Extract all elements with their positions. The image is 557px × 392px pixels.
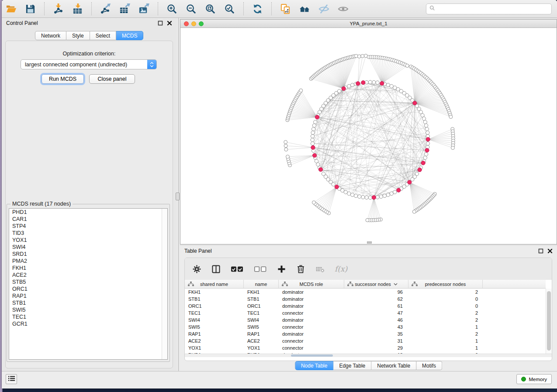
table-row[interactable]: YOX1YOX1connector291 — [185, 344, 546, 351]
show-columns-icon[interactable] — [211, 265, 221, 274]
cell-name: ACE2 — [244, 338, 279, 344]
main-toolbar — [2, 0, 557, 18]
table-vscroll-thumb[interactable] — [547, 291, 551, 351]
tab-node-table[interactable]: Node Table — [295, 361, 334, 370]
export-network-icon[interactable] — [100, 3, 111, 15]
mcds-result-item[interactable]: STB1 — [9, 299, 167, 306]
close-panel-icon[interactable] — [547, 248, 553, 254]
mcds-result-item[interactable]: SWI5 — [9, 306, 167, 313]
select-all-icon[interactable] — [231, 265, 244, 273]
save-icon[interactable] — [24, 3, 36, 15]
network-window-titlebar[interactable]: YPA_prune.txt_1 — [180, 20, 557, 28]
mcds-result-item[interactable]: PHD1 — [9, 209, 167, 216]
column-header-name[interactable]: name — [244, 280, 279, 288]
mcds-result-item[interactable]: STP4 — [9, 223, 167, 230]
table-panel-tabs: Node TableEdge TableNetwork TableMotifs — [295, 361, 442, 370]
search-field[interactable] — [426, 3, 552, 14]
table-row[interactable]: ACE2ACE2connector311 — [185, 337, 546, 344]
hide-selected-icon[interactable] — [318, 3, 330, 15]
close-panel-icon[interactable] — [167, 21, 172, 26]
show-panels-button[interactable] — [6, 374, 17, 384]
tab-motifs[interactable]: Motifs — [416, 361, 442, 370]
first-neighbors-icon[interactable] — [299, 3, 311, 15]
table-row[interactable]: FKH1FKH1dominator962 — [185, 289, 546, 296]
mcds-result-item[interactable]: ORC1 — [9, 285, 167, 292]
deselect-all-icon[interactable] — [254, 265, 267, 273]
table-toolbar: f(x) — [185, 258, 552, 280]
cell-shared-name: ORC1 — [185, 303, 244, 309]
zoom-out-icon[interactable] — [185, 3, 197, 15]
mcds-result-item[interactable]: YOX1 — [9, 237, 167, 244]
table-hscrollbar[interactable] — [185, 354, 552, 357]
table-row[interactable]: SWI4SWI4dominator462 — [185, 316, 546, 323]
cell-predecessor-nodes: 1 — [408, 345, 483, 351]
tab-select[interactable]: Select — [90, 31, 116, 40]
table-row[interactable]: ORC1ORC1dominator610 — [185, 303, 546, 309]
mcds-result-item[interactable]: FKH1 — [9, 265, 167, 272]
mcds-result-item[interactable]: CAR1 — [9, 216, 167, 223]
panel-divider-handle[interactable] — [176, 193, 180, 200]
open-file-icon[interactable] — [5, 3, 17, 15]
search-icon — [429, 5, 435, 13]
mcds-result-item[interactable]: ACE2 — [9, 272, 167, 279]
mcds-result-item[interactable]: SRD1 — [9, 251, 167, 258]
tab-style[interactable]: Style — [66, 31, 90, 40]
export-image-icon[interactable] — [138, 3, 150, 15]
table-body: FKH1FKH1dominator962STB1STB1dominator620… — [185, 289, 546, 358]
tab-network-table[interactable]: Network Table — [371, 361, 416, 370]
import-network-icon[interactable] — [52, 3, 64, 15]
column-header-shared-name[interactable]: shared name — [185, 280, 244, 288]
cell-shared-name: SWI4 — [185, 317, 244, 323]
delete-column-icon[interactable] — [296, 265, 305, 274]
cell-successor-nodes: 43 — [344, 324, 408, 330]
hierarchy-icon — [282, 282, 288, 286]
tab-edge-table[interactable]: Edge Table — [333, 361, 371, 370]
column-header-predecessor-nodes[interactable]: predecessor nodes — [408, 280, 483, 288]
table-row[interactable]: STB1STB1dominator620 — [185, 296, 546, 303]
mcds-result-item[interactable]: PMA2 — [9, 258, 167, 265]
float-panel-icon[interactable] — [538, 248, 543, 254]
import-table-icon[interactable] — [72, 3, 83, 15]
mcds-result-item[interactable]: SWI4 — [9, 244, 167, 251]
mcds-result-list[interactable]: PHD1CAR1STP4TID3YOX1SWI4SRD1PMA2FKH1ACE2… — [9, 208, 168, 360]
close-panel-button[interactable]: Close panel — [89, 74, 135, 84]
column-header-MCDS-role[interactable]: MCDS role — [279, 280, 344, 288]
tab-mcds[interactable]: MCDS — [116, 31, 143, 40]
result-scrollbar[interactable] — [162, 209, 167, 359]
column-header-successor-nodes[interactable]: successor nodes — [344, 280, 408, 288]
network-hscroll-thumb[interactable] — [367, 241, 372, 244]
table-row[interactable]: RAP1RAP1dominator352 — [185, 330, 546, 337]
optimization-criterion-label: Optimization criterion: — [6, 51, 173, 57]
optimization-criterion-select[interactable]: largest connected component (undirected) — [21, 59, 157, 69]
add-column-icon[interactable] — [277, 265, 286, 274]
mcds-result-item[interactable]: TEC1 — [9, 313, 167, 320]
mcds-result-item[interactable]: RAP1 — [9, 292, 167, 299]
table-hscroll-thumb[interactable] — [291, 354, 333, 357]
sort-icon[interactable] — [394, 283, 398, 285]
mcds-result-box: MCDS result (17 nodes) PHD1CAR1STP4TID3Y… — [7, 204, 170, 362]
memory-button[interactable]: Memory — [516, 374, 552, 384]
search-input[interactable] — [437, 6, 548, 12]
cell-shared-name: STB1 — [185, 296, 244, 302]
run-mcds-button[interactable]: Run MCDS — [42, 74, 84, 84]
export-table-icon[interactable] — [119, 3, 131, 15]
tab-network[interactable]: Network — [35, 31, 66, 40]
zoom-fit-icon[interactable] — [204, 3, 216, 15]
mcds-result-item[interactable]: GCR1 — [9, 320, 167, 327]
refresh-icon[interactable] — [252, 3, 263, 15]
table-row[interactable]: SWI5SWI5connector431 — [185, 323, 546, 330]
mcds-result-item[interactable]: STB5 — [9, 279, 167, 285]
duplicate-network-icon[interactable] — [280, 3, 291, 15]
zoom-selected-icon[interactable] — [224, 3, 235, 15]
table-vscrollbar[interactable] — [546, 289, 552, 354]
mcds-result-item[interactable]: TID3 — [9, 230, 167, 237]
float-panel-icon[interactable] — [158, 21, 163, 26]
cell-shared-name: YOX1 — [185, 345, 244, 351]
zoom-in-icon[interactable] — [166, 3, 178, 15]
show-all-icon[interactable] — [337, 3, 349, 15]
table-settings-icon[interactable] — [192, 265, 201, 274]
network-canvas[interactable] — [180, 28, 557, 244]
network-graph[interactable] — [180, 28, 557, 244]
control-panel-header: Control Panel — [2, 18, 176, 28]
table-row[interactable]: TEC1TEC1connector472 — [185, 309, 546, 316]
